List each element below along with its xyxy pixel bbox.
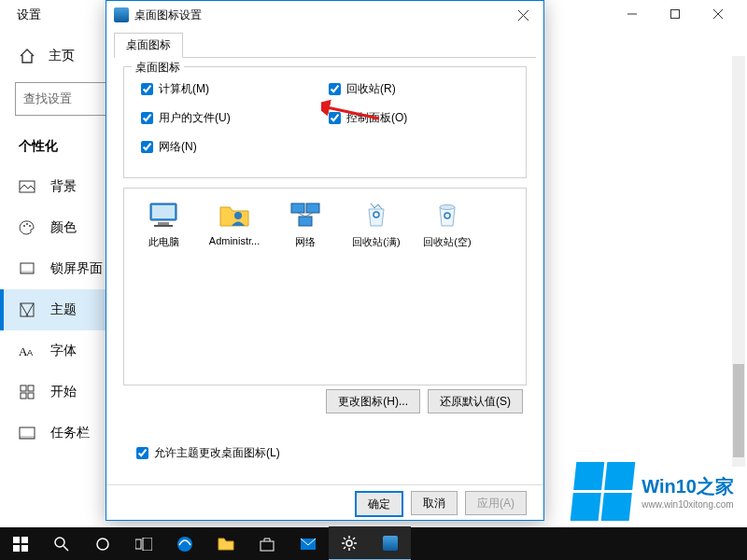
watermark: Win10之家 www.win10xitong.com <box>573 462 734 521</box>
close-button[interactable] <box>697 0 740 28</box>
taskbar-cortana-button[interactable] <box>82 527 123 560</box>
svg-line-33 <box>305 213 313 217</box>
desktop-icon-settings-icon <box>383 536 398 551</box>
tab-desktop-icons[interactable]: 桌面图标 <box>114 33 183 58</box>
dialog-close-button[interactable] <box>502 1 543 29</box>
icon-recyclebin-empty[interactable]: 回收站(空) <box>414 198 481 249</box>
taskview-icon <box>135 538 152 551</box>
ok-button[interactable]: 确定 <box>355 491 403 517</box>
taskbar-explorer-button[interactable] <box>205 527 247 560</box>
watermark-url: www.win10xitong.com <box>641 499 734 510</box>
checkbox-recyclebin-input[interactable] <box>329 83 341 95</box>
start-icon <box>19 384 35 400</box>
dialog-separator <box>106 484 543 485</box>
checkbox-controlpanel-input[interactable] <box>329 112 341 124</box>
nav-label: 开始 <box>50 384 77 400</box>
icon-label: 回收站(空) <box>414 235 481 249</box>
groupbox-label: 桌面图标 <box>132 60 184 76</box>
dialog-title: 桌面图标设置 <box>134 7 202 23</box>
svg-rect-18 <box>28 393 34 399</box>
svg-rect-29 <box>291 203 304 213</box>
taskbar-search-button[interactable] <box>41 527 82 560</box>
taskbar-desktop-icon-settings-button[interactable] <box>370 526 411 560</box>
network-icon <box>287 198 324 231</box>
icon-recyclebin-full[interactable]: 回收站(满) <box>343 198 410 249</box>
icon-network[interactable]: 网络 <box>272 198 339 249</box>
fonts-icon: AA <box>19 343 35 359</box>
svg-point-7 <box>23 225 25 227</box>
taskbar-mail-button[interactable] <box>288 527 329 560</box>
icon-label: 此电脑 <box>130 235 197 249</box>
icon-administrator[interactable]: Administr... <box>201 198 268 249</box>
svg-rect-37 <box>13 545 20 552</box>
svg-rect-35 <box>13 537 20 543</box>
svg-point-39 <box>55 538 64 547</box>
svg-rect-43 <box>143 538 152 551</box>
home-icon <box>19 48 35 64</box>
cancel-button[interactable]: 取消 <box>411 491 458 515</box>
search-placeholder: 查找设置 <box>23 91 72 107</box>
folder-icon <box>218 537 234 552</box>
themes-icon <box>19 301 35 318</box>
svg-line-55 <box>344 547 345 549</box>
palette-icon <box>19 219 35 236</box>
dialog-tabstrip: 桌面图标 <box>114 33 536 58</box>
taskbar-taskview-button[interactable] <box>123 527 164 560</box>
edge-icon <box>176 536 193 553</box>
recyclebin-empty-icon <box>429 198 466 231</box>
checkbox-computer[interactable]: 计算机(M) <box>137 80 325 98</box>
taskbar-settings-button[interactable] <box>329 526 370 560</box>
svg-rect-42 <box>135 539 141 549</box>
nav-label: 背景 <box>50 178 77 195</box>
checkbox-computer-input[interactable] <box>141 83 153 95</box>
svg-rect-25 <box>152 205 175 218</box>
home-label: 主页 <box>49 48 75 64</box>
recyclebin-full-icon <box>358 198 395 231</box>
svg-rect-11 <box>21 271 34 273</box>
checkbox-network[interactable]: 网络(N) <box>137 138 325 156</box>
svg-rect-38 <box>21 545 28 552</box>
svg-rect-27 <box>154 225 173 227</box>
svg-point-9 <box>29 225 31 227</box>
checkbox-allow-themes[interactable]: 允许主题更改桌面图标(L) <box>133 444 280 462</box>
checkbox-controlpanel[interactable]: 控制面板(O) <box>325 109 513 127</box>
gear-icon <box>342 536 357 551</box>
dialog-titlebar[interactable]: 桌面图标设置 <box>106 1 543 29</box>
checkbox-network-input[interactable] <box>141 141 153 153</box>
checkbox-recyclebin[interactable]: 回收站(R) <box>325 80 513 98</box>
store-icon <box>260 537 275 552</box>
svg-rect-1 <box>671 10 680 19</box>
windows-icon <box>13 537 28 552</box>
svg-line-40 <box>63 546 68 551</box>
svg-line-32 <box>298 213 305 217</box>
icon-this-pc[interactable]: 此电脑 <box>130 198 197 249</box>
apply-button[interactable]: 应用(A) <box>465 491 527 515</box>
change-icon-button[interactable]: 更改图标(H)... <box>326 389 420 413</box>
scrollbar[interactable] <box>732 56 745 467</box>
restore-defaults-button[interactable]: 还原默认值(S) <box>428 389 523 413</box>
nav-label: 字体 <box>50 343 77 359</box>
minimize-button[interactable] <box>611 0 654 28</box>
checkbox-userfiles-input[interactable] <box>141 112 153 124</box>
window-controls <box>611 0 740 28</box>
svg-line-52 <box>344 538 345 539</box>
svg-point-47 <box>346 540 352 546</box>
svg-line-53 <box>353 547 355 549</box>
desktop-icon-settings-dialog: 桌面图标设置 桌面图标 桌面图标 计算机(M) 回收站(R) 用户的文件(U) … <box>106 0 544 521</box>
scrollbar-thumb[interactable] <box>733 364 744 457</box>
computer-icon <box>145 198 182 231</box>
svg-point-41 <box>97 539 108 550</box>
dialog-title-icon <box>114 7 129 22</box>
taskbar-edge-button[interactable] <box>164 527 205 560</box>
svg-point-34 <box>440 205 455 210</box>
icon-label: Administr... <box>201 235 268 246</box>
mail-icon <box>300 538 317 551</box>
checkbox-userfiles[interactable]: 用户的文件(U) <box>137 109 325 127</box>
user-folder-icon <box>216 198 253 231</box>
start-button[interactable] <box>0 527 41 560</box>
svg-rect-20 <box>20 436 35 439</box>
taskbar-store-button[interactable] <box>247 527 288 560</box>
maximize-button[interactable] <box>654 0 697 28</box>
checkbox-allow-themes-input[interactable] <box>136 447 148 459</box>
taskbar[interactable] <box>0 527 747 560</box>
